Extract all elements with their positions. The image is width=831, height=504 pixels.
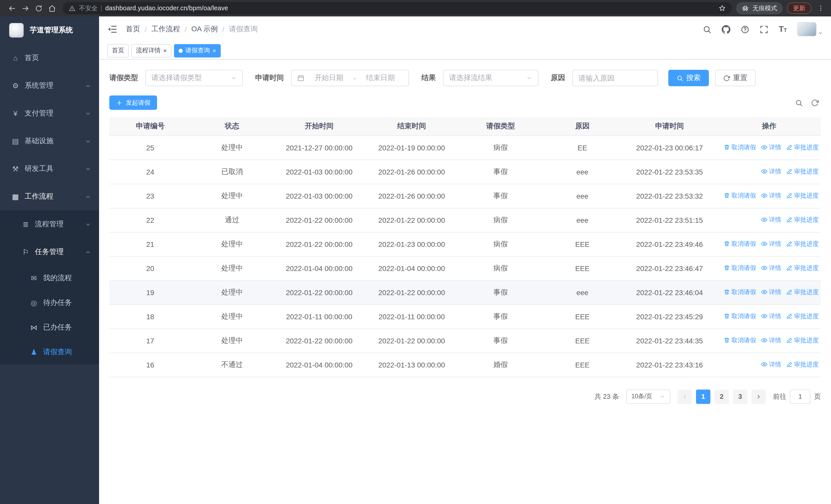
goto-page-input[interactable] xyxy=(790,389,810,404)
result-select[interactable]: 请选择流结果 xyxy=(443,70,539,86)
tab-label: 流程详情 xyxy=(136,46,161,55)
sidebar-item-system[interactable]: ⚙系统管理 xyxy=(0,72,99,99)
progress-link[interactable]: 审批进度 xyxy=(786,143,819,152)
browser-update-button[interactable]: 更新 xyxy=(787,3,811,14)
cell-end-time: 2022-01-26 00:00:00 xyxy=(366,159,458,184)
cancel-leave-link[interactable]: 取消请假 xyxy=(724,336,756,345)
help-icon[interactable] xyxy=(741,25,749,34)
sidebar-item-todo-tasks[interactable]: ◎待办任务 xyxy=(0,291,99,315)
user-menu[interactable] xyxy=(797,22,823,36)
browser-forward-icon[interactable] xyxy=(19,2,32,15)
toggle-search-icon[interactable] xyxy=(795,99,803,107)
page-button-2[interactable]: 2 xyxy=(715,389,729,404)
progress-link[interactable]: 审批进度 xyxy=(786,240,819,248)
sidebar-item-infra[interactable]: ▤基础设施 xyxy=(0,127,99,155)
browser-menu-icon[interactable] xyxy=(815,5,826,12)
sidebar-toggle-icon[interactable] xyxy=(107,24,118,34)
done-icon: ⋈ xyxy=(30,323,38,331)
progress-link[interactable]: 审批进度 xyxy=(786,167,819,176)
column-header: 操作 xyxy=(718,117,821,136)
detail-link[interactable]: 详情 xyxy=(761,336,781,345)
progress-link[interactable]: 审批进度 xyxy=(786,191,819,200)
cell-id: 16 xyxy=(109,353,191,377)
cancel-leave-link[interactable]: 取消请假 xyxy=(724,312,756,321)
browser-home-icon[interactable] xyxy=(45,2,58,15)
page-size-select[interactable]: 10条/页 xyxy=(626,389,670,404)
search-button[interactable]: 搜索 xyxy=(668,70,709,86)
sidebar-item-label: 工作流程 xyxy=(25,192,53,201)
breadcrumb-item[interactable]: 工作流程 xyxy=(151,25,180,34)
sidebar-item-leave-query[interactable]: ♟请假查询 xyxy=(0,340,99,364)
sidebar-item-label: 首页 xyxy=(25,53,39,63)
sidebar-item-label: 流程管理 xyxy=(35,220,64,229)
sidebar-item-done-tasks[interactable]: ⋈已办任务 xyxy=(0,315,99,340)
reset-button[interactable]: 重置 xyxy=(715,70,755,86)
bookmark-star-icon[interactable] xyxy=(719,5,726,12)
sidebar-item-my-process[interactable]: ✉我的流程 xyxy=(0,266,99,291)
sidebar-item-process-mgmt[interactable]: ≣流程管理 xyxy=(0,210,99,238)
cell-end-time: 2022-01-22 00:00:00 xyxy=(366,328,458,353)
cancel-leave-link[interactable]: 取消请假 xyxy=(724,288,756,297)
task-icon: ⚐ xyxy=(22,248,30,256)
close-icon[interactable]: × xyxy=(212,48,216,54)
cell-reason: EEE xyxy=(543,353,622,377)
detail-link[interactable]: 详情 xyxy=(761,264,781,272)
yen-icon: ¥ xyxy=(11,109,20,118)
leave-type-select[interactable]: 请选择请假类型 xyxy=(145,70,243,86)
date-range-picker[interactable]: 开始日期 - 结束日期 xyxy=(291,70,409,86)
page-button-3[interactable]: 3 xyxy=(733,389,747,404)
detail-link[interactable]: 详情 xyxy=(761,360,781,369)
address-bar[interactable]: 不安全 dashboard.yudao.iocoder.cn/bpm/oa/le… xyxy=(63,2,732,14)
breadcrumb-item[interactable]: 首页 xyxy=(126,25,140,34)
cancel-leave-link[interactable]: 取消请假 xyxy=(724,240,756,248)
progress-link[interactable]: 审批进度 xyxy=(786,215,819,224)
github-icon[interactable] xyxy=(722,25,730,34)
header-search-icon[interactable] xyxy=(703,25,711,34)
browser-reload-icon[interactable] xyxy=(32,2,45,15)
reason-input[interactable] xyxy=(572,70,658,86)
table-refresh-icon[interactable] xyxy=(811,99,819,107)
font-size-icon[interactable]: TT xyxy=(779,25,787,33)
progress-link[interactable]: 审批进度 xyxy=(786,264,819,272)
next-page-button[interactable] xyxy=(751,389,766,404)
tab-流程详情[interactable]: 流程详情× xyxy=(132,44,171,57)
progress-link[interactable]: 审批进度 xyxy=(786,312,819,321)
sidebar-item-home[interactable]: ⌂首页 xyxy=(0,44,99,72)
progress-link[interactable]: 审批进度 xyxy=(786,288,819,297)
breadcrumb-item[interactable]: OA 示例 xyxy=(192,25,218,34)
sidebar-item-devtools[interactable]: ⚒研发工具 xyxy=(0,155,99,183)
cell-leave-type: 事假 xyxy=(458,159,543,184)
page-button-1[interactable]: 1 xyxy=(696,389,710,404)
detail-link[interactable]: 详情 xyxy=(761,312,781,321)
detail-link[interactable]: 详情 xyxy=(761,288,781,297)
detail-link[interactable]: 详情 xyxy=(761,240,781,248)
progress-link[interactable]: 审批进度 xyxy=(786,336,819,345)
detail-link[interactable]: 详情 xyxy=(761,143,781,152)
sidebar-item-task-mgmt[interactable]: ⚐任务管理 xyxy=(0,238,99,266)
sidebar-item-workflow[interactable]: ▦工作流程 xyxy=(0,183,99,210)
fullscreen-icon[interactable] xyxy=(760,25,768,34)
cancel-leave-link[interactable]: 取消请假 xyxy=(724,264,756,272)
cell-status: 处理中 xyxy=(191,136,273,159)
sidebar-item-payment[interactable]: ¥支付管理 xyxy=(0,99,99,127)
detail-link[interactable]: 详情 xyxy=(761,215,781,224)
create-leave-button[interactable]: 发起请假 xyxy=(109,95,157,110)
sidebar-item-label: 支付管理 xyxy=(25,109,53,118)
cancel-leave-link[interactable]: 取消请假 xyxy=(724,143,756,152)
eye-icon xyxy=(761,362,767,368)
tab-首页[interactable]: 首页 xyxy=(107,44,129,57)
cell-apply-time: 2022-01-22 23:46:47 xyxy=(622,256,718,280)
cell-start-time: 2021-12-27 00:00:00 xyxy=(273,136,366,159)
tab-请假查询[interactable]: 请假查询× xyxy=(174,44,221,57)
cancel-leave-link[interactable]: 取消请假 xyxy=(724,191,756,200)
detail-link[interactable]: 详情 xyxy=(761,167,781,176)
user-icon: ♟ xyxy=(30,348,38,356)
progress-link[interactable]: 审批进度 xyxy=(786,360,819,369)
browser-back-icon[interactable] xyxy=(5,2,19,15)
eye-icon xyxy=(761,313,767,320)
cell-leave-type: 病假 xyxy=(458,256,543,280)
detail-link[interactable]: 详情 xyxy=(761,191,781,200)
close-icon[interactable]: × xyxy=(163,48,167,54)
cell-reason: EEE xyxy=(543,328,622,353)
home-icon: ⌂ xyxy=(11,54,20,62)
